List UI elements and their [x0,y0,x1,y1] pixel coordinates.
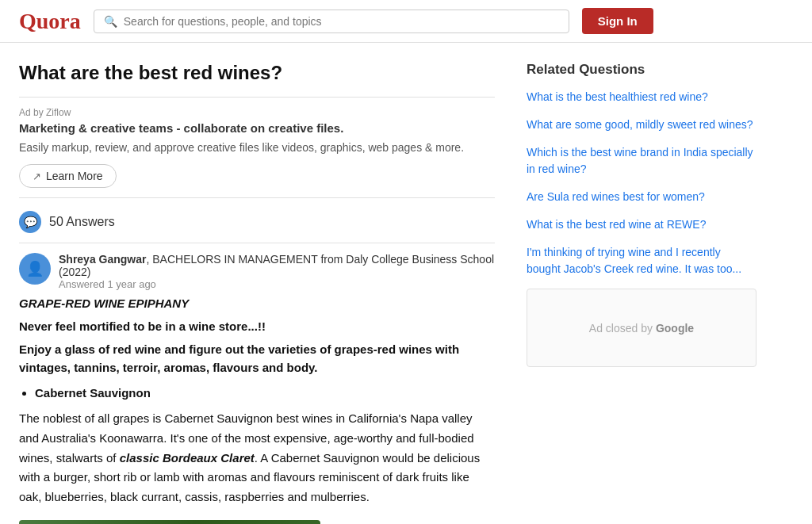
related-questions-title: Related Questions [527,62,756,78]
answer-p2: Enjoy a glass of red wine and figure out… [19,341,495,377]
ad-closed-text: Ad closed by Google [589,322,694,335]
answer-p1: Never feel mortified to be in a wine sto… [19,319,495,333]
ad-closed-label: Ad closed by [589,322,653,335]
search-icon: 🔍 [104,15,117,28]
related-question-6[interactable]: I'm thinking of trying wine and I recent… [527,244,756,277]
grape-image-visual [19,520,320,524]
ad-block: Ad by Ziflow Marketing & creative teams … [19,107,495,188]
external-link-icon: ↗ [33,170,41,182]
answer-epiphany: GRAPE-RED WINE EPIPHANY [19,296,495,310]
answers-count: 50 Answers [49,215,115,229]
header: Quora 🔍 Sign In [0,0,812,43]
related-question-3[interactable]: Which is the best wine brand in India sp… [527,144,756,178]
answer-list: Cabernet Sauvignon [35,386,495,400]
author-info: Shreya Gangwar, BACHELORS IN MANAGEMENT … [59,253,495,290]
related-question-2[interactable]: What are some good, mildly sweet red win… [527,117,756,133]
main-content: What are the best red wines? Ad by Ziflo… [19,62,495,524]
page-title: What are the best red wines? [19,62,495,84]
author-avatar: 👤 [19,253,51,285]
search-bar: 🔍 [94,10,569,33]
author-name: Shreya Gangwar, BACHELORS IN MANAGEMENT … [59,253,495,278]
divider-answers [19,243,495,243]
ad-description: Easily markup, review, and approve creat… [19,140,495,156]
related-question-1[interactable]: What is the best healthiest red wine? [527,89,756,105]
author-answered-time: Answered 1 year ago [59,278,495,290]
google-ad-block: Ad closed by Google [527,289,756,367]
related-question-4[interactable]: Are Sula red wines best for women? [527,189,756,205]
answer-p3-bold-italic: classic Bordeaux Claret [120,451,255,465]
learn-more-button[interactable]: ↗ Learn More [19,164,117,188]
sidebar: Related Questions What is the best healt… [527,62,756,524]
answers-count-row: 💬 50 Answers [19,211,495,233]
logo[interactable]: Quora [19,9,81,34]
google-logo: Google [656,322,694,335]
related-question-5[interactable]: What is the best red wine at REWE? [527,216,756,233]
learn-more-label: Learn More [46,170,103,182]
divider-ad [19,197,495,198]
search-input[interactable] [124,15,559,28]
divider-top [19,97,495,98]
answers-icon: 💬 [19,211,41,233]
ad-label: Ad by Ziflow [19,107,495,118]
list-item-cabernet: Cabernet Sauvignon [35,386,495,400]
ad-title: Marketing & creative teams - collaborate… [19,121,495,135]
author-name-bold: Shreya Gangwar [59,253,147,266]
content-wrapper: What are the best red wines? Ad by Ziflo… [0,43,812,524]
grape-image: › [19,520,320,524]
answer-p3: The noblest of all grapes is Cabernet Sa… [19,409,495,507]
signin-button[interactable]: Sign In [582,8,653,34]
answer-block: 👤 Shreya Gangwar, BACHELORS IN MANAGEMEN… [19,253,495,524]
author-row: 👤 Shreya Gangwar, BACHELORS IN MANAGEMEN… [19,253,495,290]
